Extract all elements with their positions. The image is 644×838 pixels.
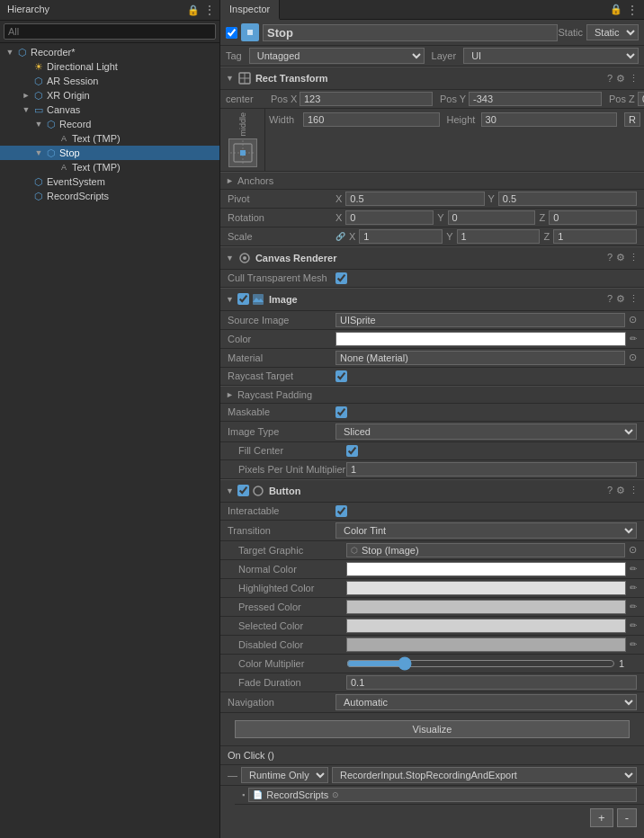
selected-color-swatch[interactable] [346,619,626,633]
rect-transform-menu-icon[interactable]: ⋮ [629,73,639,85]
fill-center-value [346,445,637,457]
inspector-tab[interactable]: Inspector [220,0,280,20]
gameobject-enabled-checkbox[interactable] [226,27,237,39]
interactable-checkbox[interactable] [335,505,347,517]
pos-z-input[interactable] [638,92,644,106]
tree-item-record-scripts[interactable]: ⬡ RecordScripts [0,189,219,203]
highlighted-color-swatch[interactable] [346,581,626,595]
rot-z-input[interactable] [549,210,637,225]
raycast-target-checkbox[interactable] [335,370,347,382]
script-field[interactable]: 📄 RecordScripts ⊙ [248,788,637,802]
rot-y-input[interactable] [448,210,536,225]
pressed-color-swatch[interactable] [346,600,626,614]
canvas-renderer-header[interactable]: ▼ Canvas Renderer ? ⚙ ⋮ [220,246,644,270]
pixels-per-unit-input[interactable] [346,462,637,477]
height-field: Height [447,112,618,127]
gameobject-name-input[interactable] [263,24,558,41]
disabled-color-eyedropper[interactable]: ✏ [630,639,637,649]
hierarchy-tab[interactable]: Hierarchy [0,0,57,20]
color-multiplier-slider[interactable] [346,656,615,671]
tree-item-ar-session[interactable]: ⬡ AR Session [0,74,219,88]
image-color-swatch[interactable] [335,332,626,346]
button-enabled-checkbox[interactable] [237,485,249,496]
tree-item-recorder[interactable]: ⬡ Recorder* [0,45,219,59]
button-help-icon[interactable]: ? [607,485,613,496]
image-eyedropper-icon[interactable]: ✏ [630,334,637,343]
pos-x-input[interactable] [300,92,433,106]
canvas-renderer-help-icon[interactable]: ? [607,252,613,263]
maskable-checkbox[interactable] [335,406,347,418]
pivot-x-input[interactable] [345,192,484,206]
remove-onclick-button[interactable]: - [617,808,637,827]
pivot-y-input[interactable] [498,192,637,206]
height-input[interactable] [481,112,618,127]
button-header[interactable]: ▼ Button ? ⚙ ⋮ [220,479,644,503]
layer-select[interactable]: UI [463,48,639,64]
pos-y-input[interactable] [469,92,602,106]
cull-transparent-checkbox[interactable] [335,272,347,284]
width-field: Width [269,112,440,127]
transition-select[interactable]: Color Tint [335,522,637,539]
fade-duration-input[interactable] [346,675,637,690]
canvas-renderer-menu-icon[interactable]: ⋮ [629,252,639,263]
image-help-icon[interactable]: ? [607,293,613,305]
scale-x-input[interactable] [359,229,443,244]
rot-x-input[interactable] [345,210,434,225]
color-multiplier-row: Color Multiplier 1 [220,655,644,673]
scale-y-input[interactable] [457,229,541,244]
navigation-select[interactable]: Automatic [335,694,637,710]
fill-center-checkbox[interactable] [346,445,358,457]
runtime-only-select[interactable]: Runtime Only [241,767,328,783]
target-graphic-field[interactable]: ⬡ Stop (Image) [346,543,625,557]
button-menu-icon[interactable]: ⋮ [629,485,639,496]
rect-transform-help-icon[interactable]: ? [607,73,613,85]
tree-item-text-tmp-stop[interactable]: A Text (TMP) [0,160,219,174]
image-enabled-checkbox[interactable] [237,293,249,305]
pressed-color-eyedropper[interactable]: ✏ [630,602,637,611]
material-field[interactable]: None (Material) [335,351,625,365]
eventsystem-icon: ⬡ [32,175,45,188]
anchor-icon[interactable] [228,138,257,167]
search-input[interactable] [4,23,216,40]
tree-arrow-stop [32,148,45,157]
rect-transform-header[interactable]: ▼ Rect Transform ? ⚙ ⋮ [220,67,644,90]
static-select[interactable]: Static [586,24,639,40]
material-select-icon[interactable]: ⊙ [629,352,637,363]
tree-item-stop[interactable]: ⬡ Stop [0,146,219,160]
source-image-field[interactable]: UISprite [335,313,625,327]
tree-item-text-tmp-record[interactable]: A Text (TMP) [0,131,219,146]
rect-transform-settings-icon[interactable]: ⚙ [616,73,625,85]
inspector-lock-icon[interactable]: 🔒 [610,4,622,15]
inspector-menu-icon[interactable]: ⋮ [626,3,639,17]
scale-z-input[interactable] [553,229,637,244]
button-enabled [237,485,249,496]
anchors-section[interactable]: ► Anchors [220,172,644,190]
button-settings-icon[interactable]: ⚙ [616,485,625,496]
hierarchy-menu-icon[interactable]: ⋮ [203,3,216,17]
wh-r-button[interactable]: R [624,112,640,127]
image-header[interactable]: ▼ Image ? ⚙ ⋮ [220,288,644,311]
tree-item-directional-light[interactable]: ☀ Directional Light [0,59,219,74]
tree-item-xr-origin[interactable]: ⬡ XR Origin [0,88,219,103]
tree-item-event-system[interactable]: ⬡ EventSystem [0,174,219,189]
normal-color-eyedropper[interactable]: ✏ [630,564,637,574]
highlighted-color-eyedropper[interactable]: ✏ [630,583,637,593]
selected-color-eyedropper[interactable]: ✏ [630,620,637,630]
function-select[interactable]: RecorderInput.StopRecordingAndExport [332,767,637,783]
visualize-button[interactable]: Visualize [235,720,630,738]
source-image-select-icon[interactable]: ⊙ [629,314,637,325]
tree-item-canvas[interactable]: ▭ Canvas [0,103,219,117]
raycast-padding-section[interactable]: ► Raycast Padding [220,386,644,404]
disabled-color-swatch[interactable] [346,637,626,652]
image-type-select[interactable]: Sliced [335,423,637,440]
normal-color-swatch[interactable] [346,562,626,576]
add-onclick-button[interactable]: + [590,808,613,827]
width-input[interactable] [303,112,440,127]
tag-select[interactable]: Untagged [249,48,425,64]
image-settings-icon[interactable]: ⚙ [616,293,625,305]
image-menu-icon[interactable]: ⋮ [629,293,639,305]
hierarchy-lock-icon[interactable]: 🔒 [187,4,200,16]
tree-item-record[interactable]: ⬡ Record [0,117,219,131]
target-graphic-select-icon[interactable]: ⊙ [629,544,637,556]
canvas-renderer-settings-icon[interactable]: ⚙ [616,252,625,263]
